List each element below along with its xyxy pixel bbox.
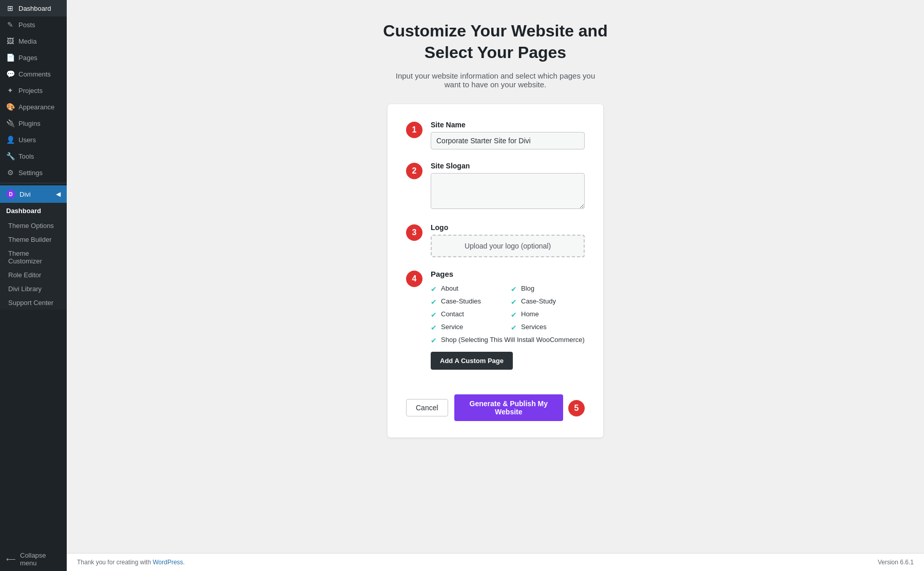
- sidebar-item-label: Posts: [18, 21, 35, 29]
- sidebar-item-label: Projects: [18, 87, 43, 94]
- check-casestudies-icon: ✔: [431, 298, 437, 306]
- page-check-shop: ✔ Shop (Selecting This Will Install WooC…: [431, 336, 585, 345]
- generate-publish-button[interactable]: Generate & Publish My Website: [454, 394, 563, 421]
- page-check-services: ✔ Services: [511, 323, 585, 332]
- step-2-row: 2 Site Slogan: [406, 162, 585, 211]
- check-service-icon: ✔: [431, 323, 437, 332]
- add-custom-page-button[interactable]: Add A Custom Page: [431, 352, 513, 370]
- step-2-content: Site Slogan: [431, 162, 585, 211]
- sidebar-sub-item-theme-options[interactable]: Theme Options: [0, 219, 67, 233]
- sidebar-item-projects[interactable]: ✦ Projects: [0, 82, 67, 99]
- main-content: Customize Your Website andSelect Your Pa…: [67, 0, 924, 571]
- sidebar-sub-item-divi-library[interactable]: Divi Library: [0, 282, 67, 296]
- check-blog-icon: ✔: [511, 285, 517, 293]
- footer-thanks: Thank you for creating with WordPress.: [77, 559, 185, 566]
- sidebar-item-tools[interactable]: 🔧 Tools: [0, 148, 67, 164]
- page-check-home: ✔ Home: [511, 310, 585, 319]
- wordpress-link[interactable]: WordPress: [152, 559, 183, 566]
- card-actions: Cancel Generate & Publish My Website 5: [406, 394, 585, 421]
- step-1-row: 1 Site Name: [406, 121, 585, 149]
- divi-arrow-icon: ◀: [56, 191, 61, 198]
- page-service-label: Service: [441, 323, 463, 331]
- publish-row: Generate & Publish My Website 5: [454, 394, 585, 421]
- site-slogan-input[interactable]: [431, 173, 585, 209]
- sidebar-item-label: Tools: [18, 153, 34, 160]
- logo-upload-area[interactable]: Upload your logo (optional): [431, 235, 585, 257]
- step-3-badge: 3: [406, 224, 422, 241]
- settings-icon: ⚙: [6, 168, 14, 177]
- page-casestudy-label: Case-Study: [521, 297, 556, 305]
- step-4-row: 4 Pages ✔ About ✔ Blog ✔: [406, 270, 585, 382]
- form-card: 1 Site Name 2 Site Slogan 3 Logo: [388, 104, 603, 437]
- page-services-label: Services: [521, 323, 547, 331]
- step-5-badge: 5: [568, 400, 585, 416]
- sidebar-sub-item-theme-customizer[interactable]: Theme Customizer: [0, 246, 67, 268]
- step-3-row: 3 Logo Upload your logo (optional): [406, 223, 585, 257]
- sidebar-sub-item-theme-builder[interactable]: Theme Builder: [0, 233, 67, 246]
- tools-icon: 🔧: [6, 152, 14, 160]
- site-name-input[interactable]: [431, 132, 585, 149]
- users-icon: 👤: [6, 136, 14, 144]
- check-about-icon: ✔: [431, 285, 437, 293]
- appearance-icon: 🎨: [6, 103, 14, 111]
- page-home-label: Home: [521, 310, 539, 318]
- posts-icon: ✎: [6, 21, 14, 29]
- sidebar-item-settings[interactable]: ⚙ Settings: [0, 164, 67, 181]
- page-check-case-studies: ✔ Case-Studies: [431, 297, 505, 306]
- check-contact-icon: ✔: [431, 311, 437, 319]
- step-1-content: Site Name: [431, 121, 585, 149]
- page-title: Customize Your Website andSelect Your Pa…: [383, 21, 607, 63]
- step-1-badge: 1: [406, 122, 422, 138]
- plugins-icon: 🔌: [6, 119, 14, 127]
- page-blog-label: Blog: [521, 284, 534, 292]
- page-footer: Thank you for creating with WordPress. V…: [67, 553, 924, 571]
- sidebar-item-pages[interactable]: 📄 Pages: [0, 49, 67, 66]
- page-contact-label: Contact: [441, 310, 464, 318]
- page-shop-label: Shop (Selecting This Will Install WooCom…: [441, 336, 585, 344]
- site-name-label: Site Name: [431, 121, 585, 129]
- page-check-case-study: ✔ Case-Study: [511, 297, 585, 306]
- collapse-icon: ⟵: [6, 556, 16, 563]
- page-casestudies-label: Case-Studies: [441, 297, 481, 305]
- check-casestudy-icon: ✔: [511, 298, 517, 306]
- sidebar-item-label: Dashboard: [18, 5, 51, 12]
- sidebar-item-label: Settings: [18, 169, 43, 177]
- sidebar-item-dashboard[interactable]: ⊞ Dashboard: [0, 0, 67, 16]
- sidebar-item-plugins[interactable]: 🔌 Plugins: [0, 115, 67, 131]
- sidebar-item-divi[interactable]: D Divi ◀: [0, 185, 67, 203]
- dashboard-icon: ⊞: [6, 4, 14, 12]
- sidebar-item-appearance[interactable]: 🎨 Appearance: [0, 99, 67, 115]
- sidebar-item-posts[interactable]: ✎ Posts: [0, 16, 67, 33]
- page-check-service: ✔ Service: [431, 323, 505, 332]
- logo-label: Logo: [431, 223, 585, 232]
- sidebar-item-label: Comments: [18, 70, 51, 78]
- collapse-menu-button[interactable]: ⟵ Collapse menu: [0, 547, 67, 571]
- pages-label: Pages: [431, 270, 585, 278]
- sidebar-item-label: Media: [18, 37, 36, 45]
- divi-submenu: Dashboard Theme Options Theme Builder Th…: [0, 203, 67, 310]
- sidebar-item-media[interactable]: 🖼 Media: [0, 33, 67, 49]
- step-3-content: Logo Upload your logo (optional): [431, 223, 585, 257]
- check-services-icon: ✔: [511, 323, 517, 332]
- sidebar-item-label: Appearance: [18, 103, 54, 111]
- collapse-label: Collapse menu: [20, 551, 61, 567]
- sidebar-item-comments[interactable]: 💬 Comments: [0, 66, 67, 82]
- sidebar-item-users[interactable]: 👤 Users: [0, 131, 67, 148]
- sidebar-sub-item-support-center[interactable]: Support Center: [0, 296, 67, 310]
- site-slogan-label: Site Slogan: [431, 162, 585, 170]
- page-check-blog: ✔ Blog: [511, 284, 585, 293]
- divi-label: Divi: [20, 191, 31, 198]
- projects-icon: ✦: [6, 86, 14, 94]
- step-4-content: Pages ✔ About ✔ Blog ✔ Case-Studies: [431, 270, 585, 382]
- comments-icon: 💬: [6, 70, 14, 78]
- step-4-badge: 4: [406, 271, 422, 287]
- divi-logo-icon: D: [6, 189, 15, 199]
- sidebar-sub-item-role-editor[interactable]: Role Editor: [0, 268, 67, 282]
- cancel-button[interactable]: Cancel: [406, 399, 448, 416]
- divi-dashboard-label: Dashboard: [0, 203, 67, 219]
- check-home-icon: ✔: [511, 311, 517, 319]
- sidebar-item-label: Plugins: [18, 120, 41, 127]
- sidebar-item-label: Pages: [18, 54, 37, 62]
- media-icon: 🖼: [6, 37, 14, 45]
- step-2-badge: 2: [406, 163, 422, 179]
